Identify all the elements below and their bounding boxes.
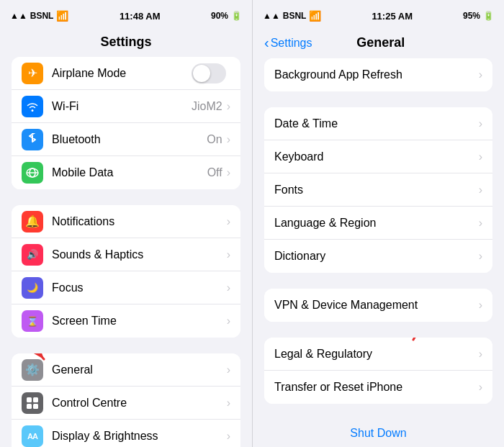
right-status-bar: ▲▲ BSNL 📶 11:25 AM 95% 🔋 — [253, 0, 504, 32]
focus-icon: 🌙 — [22, 277, 43, 299]
language-chevron: › — [479, 217, 482, 230]
shutdown-link[interactable]: Shut Down — [264, 420, 492, 444]
screen-time-chevron: › — [227, 315, 230, 328]
sounds-label: Sounds & Haptics — [52, 248, 227, 261]
bg-refresh-chevron: › — [479, 68, 482, 81]
dictionary-label: Dictionary — [274, 250, 479, 263]
notifications-row[interactable]: 🔔 Notifications › — [12, 205, 240, 238]
right-battery-icon: 🔋 — [483, 11, 494, 21]
fonts-row[interactable]: Fonts › — [264, 173, 492, 207]
screen-time-row[interactable]: ⌛ Screen Time › — [12, 304, 240, 338]
general-icon: ⚙️ — [22, 359, 43, 381]
left-battery: 90% 🔋 — [211, 11, 242, 21]
mobile-data-icon — [22, 162, 43, 184]
bluetooth-label: Bluetooth — [52, 133, 207, 146]
display-chevron: › — [227, 430, 230, 443]
airplane-toggle[interactable] — [192, 63, 226, 83]
right-panel: ▲▲ BSNL 📶 11:25 AM 95% 🔋 ‹ Settings Gene… — [252, 0, 504, 447]
screen-time-label: Screen Time — [52, 315, 227, 328]
screen-time-icon: ⌛ — [22, 310, 43, 332]
control-centre-row[interactable]: Control Centre › — [12, 387, 240, 420]
left-settings-list: ✈ Airplane Mode Wi-Fi JioM2 › — [0, 57, 252, 447]
display-row[interactable]: AA Display & Brightness › — [12, 420, 240, 447]
wifi-value: JioM2 — [192, 100, 222, 113]
display-label: Display & Brightness — [52, 430, 227, 443]
right-signal-icon: ▲▲ — [263, 11, 280, 21]
language-row[interactable]: Language & Region › — [264, 207, 492, 240]
back-chevron-icon: ‹ — [264, 35, 269, 51]
focus-label: Focus — [52, 281, 227, 294]
sounds-row[interactable]: 🔊 Sounds & Haptics › — [12, 238, 240, 271]
left-carrier: ▲▲ BSNL 📶 — [10, 10, 68, 22]
mobile-data-row[interactable]: Mobile Data Off › — [12, 156, 240, 189]
left-battery-pct: 90% — [211, 11, 228, 21]
mobile-data-chevron: › — [227, 166, 230, 179]
dictionary-row[interactable]: Dictionary › — [264, 240, 492, 273]
left-time: 11:48 AM — [120, 11, 161, 22]
notifications-label: Notifications — [52, 215, 227, 228]
mid-group: Date & Time › Keyboard › Fonts › Languag… — [264, 107, 492, 273]
control-centre-label: Control Centre — [52, 397, 227, 410]
general-label: General — [52, 364, 227, 376]
transfer-reset-chevron: › — [479, 381, 482, 394]
general-group: ⚙️ General › Control Centre › AA — [12, 353, 240, 447]
notifications-chevron: › — [227, 215, 230, 228]
notifications-icon: 🔔 — [22, 211, 43, 232]
control-centre-chevron: › — [227, 397, 230, 410]
back-label: Settings — [271, 37, 312, 50]
right-battery-pct: 95% — [463, 11, 480, 21]
right-nav-bar: ‹ Settings General — [253, 32, 504, 58]
airplane-mode-row[interactable]: ✈ Airplane Mode — [12, 57, 240, 90]
left-panel: ▲▲ BSNL 📶 11:48 AM 90% 🔋 Settings ✈ Airp… — [0, 0, 252, 447]
keyboard-row[interactable]: Keyboard › — [264, 140, 492, 173]
transfer-reset-label: Transfer or Reset iPhone — [274, 381, 479, 394]
bluetooth-chevron: › — [227, 133, 230, 146]
right-carrier: ▲▲ BSNL 📶 — [263, 10, 321, 22]
airplane-mode-label: Airplane Mode — [52, 67, 192, 80]
wifi-label: Wi-Fi — [52, 100, 192, 113]
back-button[interactable]: ‹ Settings — [264, 35, 312, 51]
vpn-row[interactable]: VPN & Device Management › — [264, 289, 492, 322]
right-battery: 95% 🔋 — [463, 11, 494, 21]
mobile-data-label: Mobile Data — [52, 166, 207, 179]
left-signal-icon: ▲▲ — [10, 11, 27, 21]
transfer-reset-row[interactable]: Transfer or Reset iPhone › — [264, 371, 492, 404]
right-time: 11:25 AM — [372, 11, 413, 22]
left-battery-icon: 🔋 — [231, 11, 242, 21]
control-centre-icon — [22, 392, 43, 414]
mobile-data-value: Off — [207, 166, 222, 179]
language-label: Language & Region — [274, 217, 479, 230]
bluetooth-row[interactable]: Bluetooth On › — [12, 123, 240, 156]
vpn-label: VPN & Device Management — [274, 299, 479, 312]
wifi-row[interactable]: Wi-Fi JioM2 › — [12, 90, 240, 123]
focus-row[interactable]: 🌙 Focus › — [12, 271, 240, 304]
date-time-label: Date & Time — [274, 117, 479, 130]
fonts-label: Fonts — [274, 184, 479, 197]
keyboard-chevron: › — [479, 150, 482, 163]
sounds-icon: 🔊 — [22, 244, 43, 266]
vpn-chevron: › — [479, 299, 482, 312]
general-chevron: › — [227, 364, 230, 376]
legal-group: Legal & Regulatory › Transfer or Reset i… — [264, 338, 492, 404]
legal-row[interactable]: Legal & Regulatory › — [264, 338, 492, 371]
bg-refresh-row[interactable]: Background App Refresh › — [264, 58, 492, 91]
system-group: 🔔 Notifications › 🔊 Sounds & Haptics › 🌙… — [12, 205, 240, 338]
bg-refresh-label: Background App Refresh — [274, 68, 479, 81]
right-settings-list: Background App Refresh › Date & Time › K… — [253, 58, 504, 447]
bluetooth-icon — [22, 129, 43, 150]
general-row[interactable]: ⚙️ General › — [12, 353, 240, 387]
svg-rect-4 — [27, 397, 32, 402]
sounds-chevron: › — [227, 248, 230, 261]
vpn-group: VPN & Device Management › — [264, 289, 492, 322]
wifi-chevron: › — [227, 100, 230, 113]
bluetooth-value: On — [207, 133, 222, 146]
right-carrier-name: BSNL — [283, 11, 307, 21]
date-time-row[interactable]: Date & Time › — [264, 107, 492, 140]
left-wifi-icon: 📶 — [56, 10, 68, 22]
legal-chevron: › — [479, 348, 482, 361]
keyboard-label: Keyboard — [274, 150, 479, 163]
svg-rect-6 — [27, 404, 32, 409]
display-icon: AA — [22, 425, 43, 447]
connectivity-group: ✈ Airplane Mode Wi-Fi JioM2 › — [12, 57, 240, 189]
dictionary-chevron: › — [479, 250, 482, 263]
